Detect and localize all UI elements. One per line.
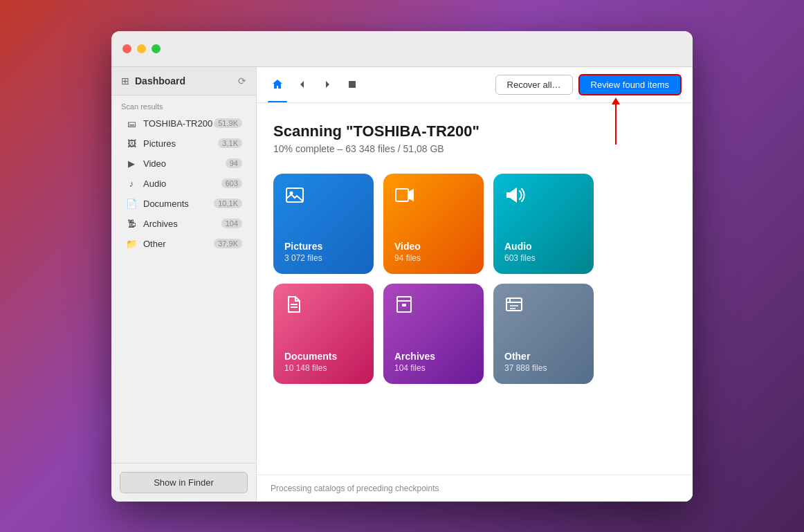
sidebar-item-name: Pictures	[143, 138, 218, 149]
maximize-button[interactable]	[152, 44, 161, 53]
tile-count: 37 888 files	[504, 363, 583, 373]
spinner-icon: ⟳	[238, 75, 246, 86]
sidebar: ⊞ Dashboard ⟳ Scan results 🖴 TOSHIBA-TR2…	[111, 67, 257, 502]
tab-active-indicator	[268, 101, 287, 102]
sidebar-item-audio[interactable]: ♪ Audio 603	[116, 174, 252, 193]
tile-audio[interactable]: Audio 603 files	[493, 174, 594, 274]
video-icon: ▶	[125, 158, 138, 169]
tile-name: Documents	[284, 351, 363, 362]
sidebar-item-pictures[interactable]: 🖼 Pictures 3,1K	[116, 134, 252, 153]
titlebar	[111, 31, 693, 67]
sidebar-item-count: 10,1K	[214, 199, 242, 208]
sidebar-item-name: Documents	[143, 199, 214, 209]
sidebar-bottom: Show in Finder	[111, 463, 256, 502]
scan-results-label: Scan results	[111, 95, 256, 113]
svg-rect-0	[349, 81, 356, 88]
recover-all-button[interactable]: Recover all…	[495, 75, 573, 95]
tile-count: 603 files	[504, 253, 583, 263]
main-area: Recover all… Review found items Scanning…	[257, 67, 693, 502]
stop-button[interactable]	[342, 75, 362, 94]
svg-rect-8	[402, 304, 406, 306]
sidebar-item-video[interactable]: ▶ Video 94	[116, 154, 252, 173]
main-toolbar: Recover all… Review found items	[257, 67, 693, 103]
back-button[interactable]	[293, 75, 312, 94]
other-icon: 📁	[125, 239, 138, 249]
sidebar-item-toshiba[interactable]: 🖴 TOSHIBA-TR200 51,9K	[116, 114, 252, 133]
footer-status: Processing catalogs of preceding checkpo…	[271, 484, 439, 493]
tile-documents[interactable]: Documents 10 148 files	[273, 284, 374, 384]
minimize-button[interactable]	[137, 44, 146, 53]
archives-tile-icon	[394, 295, 473, 319]
video-tile-icon	[394, 185, 473, 210]
tile-count: 104 files	[394, 363, 473, 373]
sidebar-item-other[interactable]: 📁 Other 37,9K	[116, 235, 252, 253]
tile-count: 10 148 files	[284, 363, 363, 373]
arrow-indicator	[615, 103, 616, 145]
app-body: ⊞ Dashboard ⟳ Scan results 🖴 TOSHIBA-TR2…	[111, 67, 693, 502]
main-window: ⊞ Dashboard ⟳ Scan results 🖴 TOSHIBA-TR2…	[111, 31, 693, 502]
review-found-button[interactable]: Review found items	[578, 74, 682, 95]
tile-name: Pictures	[284, 241, 363, 252]
tile-video[interactable]: Video 94 files	[383, 174, 484, 274]
sidebar-item-count: 104	[221, 219, 242, 228]
forward-button[interactable]	[318, 75, 337, 94]
tile-pictures[interactable]: Pictures 3 072 files	[273, 174, 374, 274]
other-tile-icon	[504, 295, 583, 319]
document-icon: 📄	[125, 199, 138, 209]
sidebar-item-name: Other	[143, 239, 214, 249]
close-button[interactable]	[122, 44, 131, 53]
sidebar-item-name: Video	[143, 158, 226, 169]
sidebar-item-count: 37,9K	[214, 239, 242, 248]
sidebar-item-count: 3,1K	[218, 138, 242, 148]
sidebar-item-name: TOSHIBA-TR200	[143, 118, 214, 129]
archive-icon: 🗜	[125, 219, 138, 229]
sidebar-item-documents[interactable]: 📄 Documents 10,1K	[116, 194, 252, 213]
sidebar-dashboard-item[interactable]: ⊞ Dashboard ⟳	[111, 67, 256, 95]
tile-count: 3 072 files	[284, 253, 363, 263]
audio-tile-icon	[504, 185, 583, 210]
tile-other[interactable]: Other 37 888 files	[493, 284, 594, 384]
svg-rect-3	[396, 189, 408, 201]
tiles-grid: Pictures 3 072 files Video 94 files	[273, 174, 676, 384]
drive-icon: 🖴	[125, 118, 138, 129]
audio-icon: ♪	[125, 178, 138, 189]
documents-tile-icon	[284, 295, 363, 319]
grid-icon: ⊞	[121, 75, 129, 86]
main-content: Scanning "TOSHIBA-TR200" 10% complete – …	[257, 103, 693, 475]
sidebar-item-count: 51,9K	[214, 118, 242, 128]
dashboard-label: Dashboard	[135, 75, 232, 86]
sidebar-item-archives[interactable]: 🗜 Archives 104	[116, 214, 252, 233]
sidebar-item-name: Audio	[143, 178, 221, 189]
main-footer: Processing catalogs of preceding checkpo…	[257, 475, 693, 502]
home-button[interactable]	[268, 75, 287, 94]
sidebar-item-name: Archives	[143, 219, 221, 229]
tile-archives[interactable]: Archives 104 files	[383, 284, 484, 384]
pictures-tile-icon	[284, 185, 363, 210]
sidebar-item-count: 603	[221, 178, 242, 188]
scan-subtitle: 10% complete – 63 348 files / 51,08 GB	[273, 143, 676, 154]
tile-name: Other	[504, 351, 583, 362]
tile-name: Video	[394, 241, 473, 252]
image-icon: 🖼	[125, 138, 138, 149]
show-in-finder-button[interactable]: Show in Finder	[120, 472, 248, 493]
sidebar-item-count: 94	[226, 158, 242, 168]
tile-name: Audio	[504, 241, 583, 252]
traffic-lights	[111, 44, 161, 53]
tile-name: Archives	[394, 351, 473, 362]
tile-count: 94 files	[394, 253, 473, 263]
